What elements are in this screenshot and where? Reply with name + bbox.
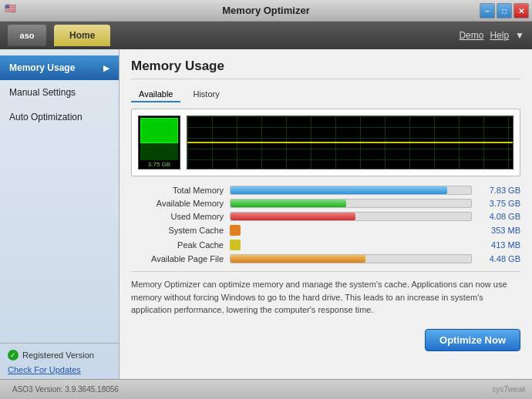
stat-row-peakcache: Peak Cache 413 MB [131,240,520,250]
window-controls: − □ ✕ [480,3,529,18]
stat-bar-pagefile [230,254,472,263]
sidebar-item-label: Memory Usage [9,62,75,73]
nav-right: Demo Help ▼ [459,30,524,41]
mini-bar-used [140,118,178,143]
stat-row-available: Available Memory 3.75 GB [131,199,520,208]
sidebar-item-label: Manual Settings [9,87,76,98]
sidebar-item-label: Auto Optimization [9,112,82,122]
bar-total [231,186,447,194]
stat-row-syscache: System Cache 353 MB [131,225,520,236]
registered-text: Registered Version [22,350,94,360]
bar-available [231,200,346,207]
version-text: ASO3 Version: 3.9.3645.18056 [6,385,492,394]
home-tab[interactable]: Home [54,25,110,46]
brand-text: sysTweak [492,385,526,394]
main-memory-graph [187,116,513,169]
sidebar-bottom: ✓ Registered Version Check For Updates [0,343,119,379]
stat-bar-total [230,186,472,195]
sidebar-item-auto-optimization[interactable]: Auto Optimization [0,105,119,129]
demo-link[interactable]: Demo [459,30,483,41]
help-link[interactable]: Help [490,30,509,41]
graph-section: 3.75 GB [131,109,520,176]
stat-label-pagefile: Available Page File [131,254,224,263]
stat-value-used: 4.08 GB [478,212,520,221]
content-area: Memory Usage Available History 3.75 GB [120,49,532,379]
stat-value-peakcache: 413 MB [478,240,520,250]
minimize-button[interactable]: − [480,3,495,18]
stat-label-used: Used Memory [131,212,224,221]
stat-value-total: 7.83 GB [478,186,520,195]
sidebar-item-manual-settings[interactable]: Manual Settings [0,80,119,105]
main-layout: Memory Usage ▶ Manual Settings Auto Opti… [0,49,532,379]
optimize-bar: Optimize Now [131,324,520,353]
stat-label-peakcache: Peak Cache [131,240,224,250]
app-logo: aso [8,25,46,46]
mini-memory-graph: 3.75 GB [138,116,180,169]
description-text: Memory Optimizer can optimize memory and… [131,271,520,317]
mini-graph-label: 3.75 GB [139,160,180,169]
sidebar-arrow-icon: ▶ [103,64,109,72]
tab-bar: Available History [131,87,520,102]
tab-available[interactable]: Available [131,87,180,102]
sidebar-item-memory-usage[interactable]: Memory Usage ▶ [0,55,119,80]
registered-icon: ✓ [8,350,19,360]
stat-value-pagefile: 4.48 GB [478,254,520,263]
stat-label-available: Available Memory [131,199,224,208]
bar-used [231,213,355,220]
optimize-now-button[interactable]: Optimize Now [425,329,520,351]
peakcache-icon [230,240,241,250]
stat-row-pagefile: Available Page File 4.48 GB [131,254,520,263]
stat-row-used: Used Memory 4.08 GB [131,212,520,221]
close-button[interactable]: ✕ [513,3,529,18]
sidebar: Memory Usage ▶ Manual Settings Auto Opti… [0,49,120,379]
tab-history[interactable]: History [185,87,227,102]
stats-area: Total Memory 7.83 GB Available Memory 3.… [131,186,520,263]
status-bar: ASO3 Version: 3.9.3645.18056 sysTweak [0,379,532,399]
stat-label-total: Total Memory [131,186,224,195]
graph-trend-line [187,142,513,143]
registered-badge: ✓ Registered Version [8,350,111,360]
stat-row-total: Total Memory 7.83 GB [131,186,520,195]
stat-value-available: 3.75 GB [478,199,520,208]
check-updates-link[interactable]: Check For Updates [8,365,111,374]
syscache-icon [230,225,241,236]
stat-bar-available [230,199,472,208]
flag-icon: 🇺🇸 [5,3,16,14]
help-dropdown-icon[interactable]: ▼ [515,30,524,41]
stat-bar-used [230,212,472,221]
stat-label-syscache: System Cache [131,226,224,235]
page-title: Memory Usage [131,59,520,79]
window-title: Memory Optimizer [222,5,309,16]
nav-bar: aso Home Demo Help ▼ [0,22,532,49]
maximize-button[interactable]: □ [497,3,512,18]
bar-pagefile [231,255,365,263]
stat-value-syscache: 353 MB [478,226,520,235]
title-bar: 🇺🇸 Memory Optimizer − □ ✕ [0,0,532,22]
